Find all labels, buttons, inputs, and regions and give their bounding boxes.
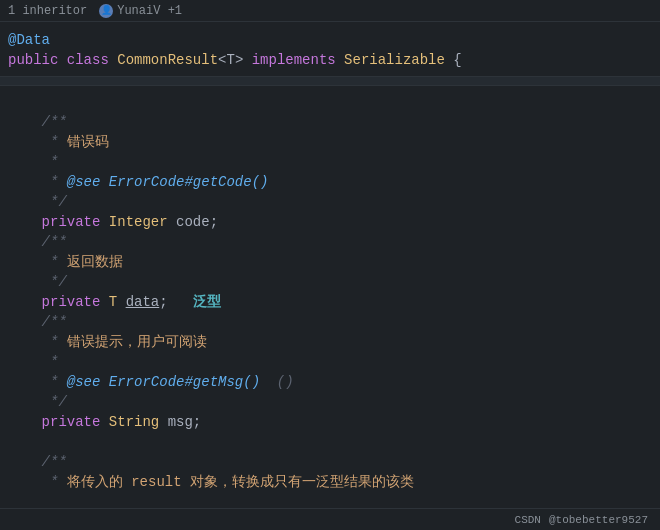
keyword-private: private: [8, 412, 109, 432]
comment-chinese-trunc: 将传入的 result 对象，转换成只有一泛型结果的该类: [67, 472, 414, 492]
top-bar: 1 inheritor 👤 YunaiV +1: [0, 0, 660, 22]
code-container: @Data public class CommonResult<T> imple…: [0, 22, 660, 512]
label-fanxing: 泛型: [193, 292, 221, 312]
type-string: String: [109, 412, 159, 432]
keyword-private: private: [8, 292, 109, 312]
user-info: 👤 YunaiV +1: [99, 4, 182, 18]
code-line: * 返回数据: [0, 252, 660, 272]
code-line: /**: [0, 312, 660, 332]
code-line: * 错误码: [0, 132, 660, 152]
separator: [0, 76, 660, 86]
code-line: @Data: [0, 30, 660, 50]
code-line: /**: [0, 112, 660, 132]
punct: {: [445, 50, 462, 70]
code-line: private Integer code;: [0, 212, 660, 232]
comment-see: @see ErrorCode#getMsg(): [67, 372, 260, 392]
comment: *: [8, 172, 67, 192]
classname: CommonResult: [117, 50, 218, 70]
comment: /**: [8, 232, 67, 252]
comment: */: [8, 272, 67, 292]
inheritor-count: 1 inheritor: [8, 4, 87, 18]
punct: <: [218, 50, 226, 70]
code-line: * 将传入的 result 对象，转换成只有一泛型结果的该类: [0, 472, 660, 492]
comment: */: [8, 192, 67, 212]
comment: /**: [8, 312, 67, 332]
comment-chinese: 返回数据: [67, 252, 123, 272]
type-integer: Integer: [109, 212, 168, 232]
comment: *: [8, 132, 67, 152]
code-line: *: [0, 152, 660, 172]
type-t: T: [109, 292, 117, 312]
annotation-data: @Data: [8, 30, 50, 50]
interface-name: Serializable: [344, 50, 445, 70]
field-msg: msg;: [159, 412, 201, 432]
handle-label: @tobebetter9527: [549, 514, 648, 526]
code-line: public class CommonResult<T> implements …: [0, 50, 660, 70]
comment-chinese: 错误码: [67, 132, 109, 152]
code-line: */: [0, 272, 660, 292]
code-line: */: [0, 392, 660, 412]
code-line: * 错误提示，用户可阅读: [0, 332, 660, 352]
code-line: [0, 432, 660, 452]
keyword-private: private: [8, 212, 109, 232]
code-line: * @see ErrorCode#getCode(): [0, 172, 660, 192]
comment: /**: [8, 452, 67, 472]
code-line: * @see ErrorCode#getMsg() (): [0, 372, 660, 392]
comment: *: [8, 252, 67, 272]
site-label: CSDN: [515, 514, 541, 526]
keyword-class: class: [67, 50, 117, 70]
code-line: *: [0, 352, 660, 372]
comment-chinese: 错误提示，用户可阅读: [67, 332, 207, 352]
code-line: /**: [0, 232, 660, 252]
comment: *: [8, 472, 67, 492]
comment: /**: [8, 112, 67, 132]
avatar: 👤: [99, 4, 113, 18]
bottom-bar: CSDN @tobebetter9527: [0, 508, 660, 530]
branch-info: 1 inheritor: [8, 4, 87, 18]
code-line: private String msg;: [0, 412, 660, 432]
keyword-implements: implements: [252, 50, 344, 70]
code-line: [0, 92, 660, 112]
comment: *: [8, 152, 58, 172]
keyword-public: public: [8, 50, 67, 70]
field-code: code;: [168, 212, 218, 232]
punct: >: [235, 50, 252, 70]
code-line: /**: [0, 452, 660, 472]
comment: *: [8, 352, 58, 372]
generic-t: T: [226, 50, 234, 70]
comment-see: @see ErrorCode#getCode(): [67, 172, 269, 192]
code-line: private T data; 泛型: [0, 292, 660, 312]
comment: *: [8, 332, 67, 352]
field-data: data;: [117, 292, 193, 312]
comment: *: [8, 372, 67, 392]
comment: (): [260, 372, 294, 392]
comment: */: [8, 392, 67, 412]
code-line: */: [0, 192, 660, 212]
username: YunaiV +1: [117, 4, 182, 18]
